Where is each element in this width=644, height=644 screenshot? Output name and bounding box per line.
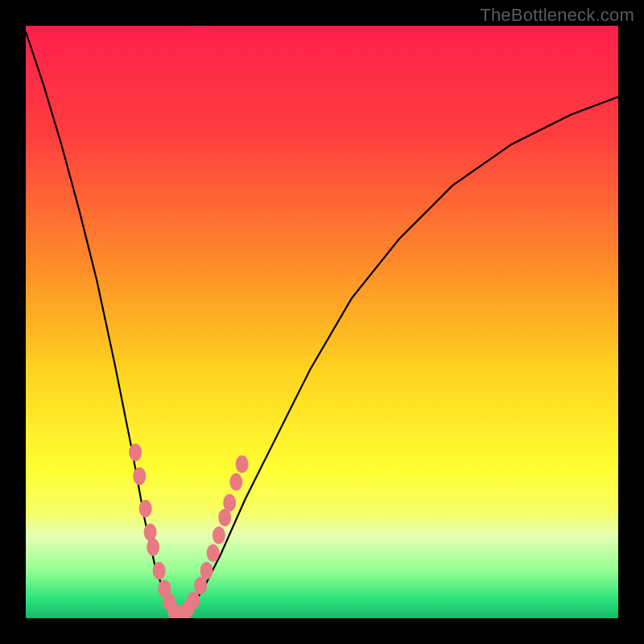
data-dot xyxy=(144,523,157,541)
chart-stage: TheBottleneck.com xyxy=(0,0,644,644)
data-dot xyxy=(129,444,142,461)
data-dot xyxy=(207,544,220,562)
data-dot xyxy=(147,539,159,556)
data-dot xyxy=(153,562,166,580)
bottleneck-chart xyxy=(0,0,644,644)
data-dot xyxy=(236,456,249,473)
data-dot xyxy=(133,467,146,485)
data-dot xyxy=(223,494,236,512)
plot-background xyxy=(26,26,618,618)
data-dot xyxy=(139,500,152,518)
data-dot xyxy=(200,562,213,580)
watermark-text: TheBottleneck.com xyxy=(480,5,634,26)
data-dot xyxy=(187,592,200,609)
data-dot xyxy=(213,526,225,544)
data-dot xyxy=(229,473,242,491)
